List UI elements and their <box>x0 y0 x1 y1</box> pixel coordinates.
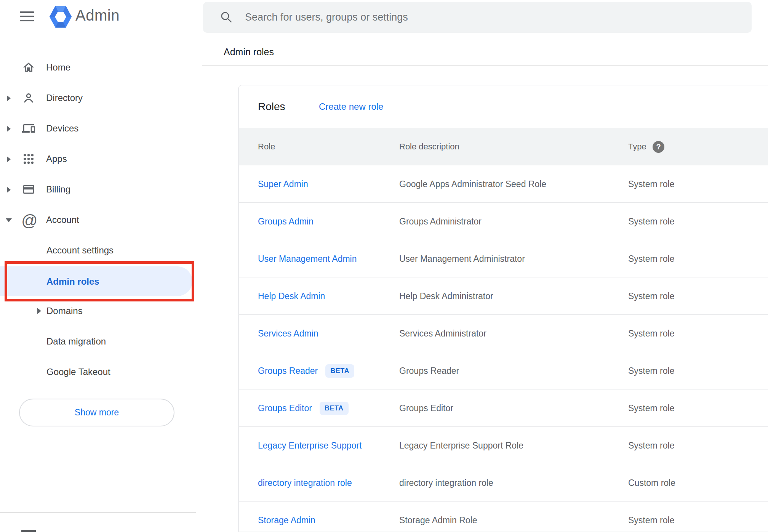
table-row: Legacy Enterprise Support Legacy Enterpr… <box>239 427 768 464</box>
role-link[interactable]: directory integration role <box>258 478 352 488</box>
role-cell: Legacy Enterprise Support <box>258 427 362 464</box>
role-type-cell: System role <box>628 315 674 352</box>
column-header-role-description: Role description <box>399 128 459 165</box>
table-row: Storage Admin Storage Admin Role System … <box>239 502 768 532</box>
role-description-cell: Groups Editor <box>399 389 453 427</box>
role-cell: Groups Editor BETA <box>258 389 349 427</box>
sidebar-item-label: Domains <box>46 296 83 326</box>
table-row: directory integration role directory int… <box>239 464 768 502</box>
title-divider <box>202 65 768 66</box>
table-row: Groups Reader BETA Groups Reader System … <box>239 352 768 389</box>
sidebar-item-domains[interactable]: Domains <box>0 296 196 326</box>
role-link[interactable]: Services Admin <box>258 328 318 339</box>
roles-card-header: Roles Create new role <box>239 85 768 128</box>
search-icon <box>220 11 233 24</box>
sidebar: Admin Home Directory Devices <box>0 0 196 532</box>
sidebar-item-data-migration[interactable]: Data migration <box>0 326 196 357</box>
role-link[interactable]: Groups Reader <box>258 366 318 376</box>
sidebar-item-admin-roles-active[interactable]: Admin roles <box>0 266 192 296</box>
directory-person-icon <box>22 91 35 104</box>
chevron-down-icon[interactable] <box>6 218 12 222</box>
brand-header: Admin <box>0 0 196 34</box>
sidebar-item-apps[interactable]: Apps <box>0 144 196 174</box>
role-cell: directory integration role <box>258 464 352 502</box>
help-question-icon[interactable]: ? <box>653 141 664 153</box>
sidebar-item-devices[interactable]: Devices <box>0 113 196 144</box>
sidebar-item-label: Google Takeout <box>46 357 110 387</box>
table-row: User Management Admin User Management Ad… <box>239 240 768 277</box>
role-type-cell: System role <box>628 165 674 203</box>
home-icon <box>22 61 35 74</box>
billing-card-icon <box>22 183 35 196</box>
role-cell: Services Admin <box>258 315 318 352</box>
column-header-type: Type <box>628 128 646 165</box>
sidebar-item-account-settings[interactable]: Account settings <box>0 235 196 266</box>
breadcrumb-page-title: Admin roles <box>224 46 274 58</box>
role-link[interactable]: User Management Admin <box>258 254 357 264</box>
role-description-cell: directory integration role <box>399 464 493 502</box>
sidebar-item-directory[interactable]: Directory <box>0 83 196 113</box>
sidebar-item-billing[interactable]: Billing <box>0 174 196 205</box>
role-type-cell: System role <box>628 203 674 240</box>
admin-console-screen: Admin Home Directory Devices <box>0 0 768 532</box>
hamburger-menu-icon[interactable] <box>20 11 34 22</box>
role-cell: Help Desk Admin <box>258 277 325 315</box>
role-description-cell: Help Desk Administrator <box>399 277 493 315</box>
role-type-cell: System role <box>628 389 674 427</box>
chevron-right-icon[interactable] <box>7 156 11 162</box>
global-search-bar[interactable] <box>203 2 752 33</box>
role-type-cell: Custom role <box>628 464 675 502</box>
sidebar-item-account[interactable]: @ Account <box>0 205 196 235</box>
role-description-cell: Services Administrator <box>399 315 486 352</box>
sidebar-bottom-divider <box>0 512 196 513</box>
chevron-right-icon[interactable] <box>7 187 11 193</box>
role-description-cell: User Management Administrator <box>399 240 525 277</box>
chevron-right-icon[interactable] <box>7 95 11 101</box>
role-type-cell: System role <box>628 502 674 532</box>
role-cell: Super Admin <box>258 165 308 203</box>
admin-hexagon-logo <box>49 5 72 29</box>
role-cell: Groups Admin <box>258 203 314 240</box>
chevron-right-icon[interactable] <box>37 308 41 314</box>
role-description-cell: Legacy Enterprise Support Role <box>399 427 523 464</box>
apps-grid-icon <box>22 152 35 165</box>
role-link[interactable]: Super Admin <box>258 179 308 189</box>
show-more-button[interactable]: Show more <box>19 399 174 426</box>
role-description-cell: Storage Admin Role <box>399 502 477 532</box>
table-row: Services Admin Services Administrator Sy… <box>239 315 768 352</box>
sidebar-item-label: Apps <box>46 144 67 174</box>
app-title: Admin <box>75 7 120 24</box>
role-type-cell: System role <box>628 240 674 277</box>
role-link[interactable]: Groups Editor <box>258 403 312 413</box>
table-header-row: Role Role description Type ? <box>239 128 768 165</box>
role-link[interactable]: Legacy Enterprise Support <box>258 441 362 451</box>
sidebar-item-label: Directory <box>46 83 83 113</box>
table-row: Groups Editor BETA Groups Editor System … <box>239 389 768 427</box>
sidebar-item-label: Account <box>46 205 79 235</box>
create-new-role-link[interactable]: Create new role <box>319 85 383 128</box>
beta-badge: BETA <box>320 402 349 415</box>
sidebar-item-home[interactable]: Home <box>0 52 196 83</box>
role-description-cell: Google Apps Administrator Seed Role <box>399 165 546 203</box>
chevron-right-icon[interactable] <box>7 126 11 132</box>
partial-bottom-icon <box>21 530 36 532</box>
role-cell: Groups Reader BETA <box>258 352 354 389</box>
sidebar-item-label: Devices <box>46 113 78 144</box>
roles-table-body: Super Admin Google Apps Administrator Se… <box>239 165 768 532</box>
sidebar-item-label: Home <box>46 52 70 83</box>
table-row: Help Desk Admin Help Desk Administrator … <box>239 277 768 315</box>
beta-badge: BETA <box>325 364 354 378</box>
role-link[interactable]: Storage Admin <box>258 515 315 526</box>
roles-title: Roles <box>258 85 285 128</box>
sidebar-item-google-takeout[interactable]: Google Takeout <box>0 357 196 387</box>
role-link[interactable]: Groups Admin <box>258 216 314 227</box>
role-type-cell: System role <box>628 277 674 315</box>
role-type-cell: System role <box>628 427 674 464</box>
table-row: Super Admin Google Apps Administrator Se… <box>239 165 768 203</box>
column-header-role: Role <box>258 128 275 165</box>
role-cell: Storage Admin <box>258 502 315 532</box>
role-link[interactable]: Help Desk Admin <box>258 291 325 301</box>
sidebar-item-label: Billing <box>46 174 70 205</box>
sidebar-item-label: Data migration <box>46 326 106 357</box>
search-input[interactable] <box>245 2 721 33</box>
